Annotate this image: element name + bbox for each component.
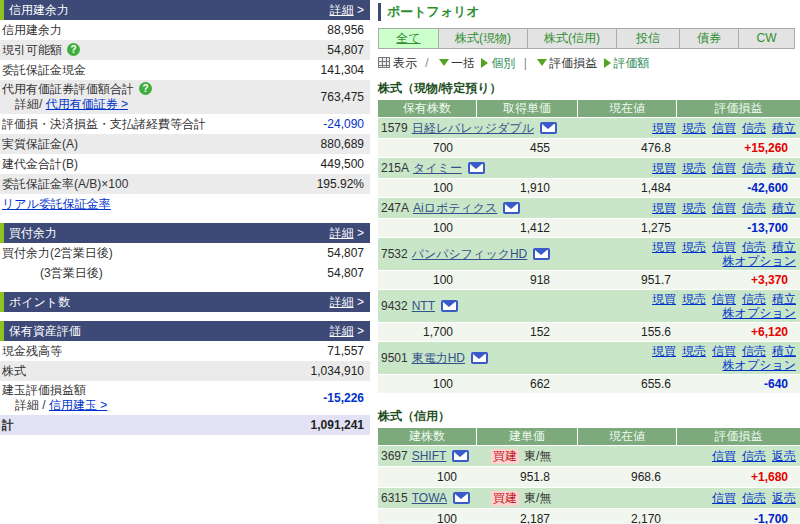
pl-cell: -640 <box>677 375 800 393</box>
detail-link[interactable]: 詳細 > <box>330 0 364 20</box>
table-header-row: 建株数建単価現在値評価損益 <box>378 428 800 445</box>
summary-row: (3営業日後)54,807 <box>0 263 370 283</box>
stock-option-link[interactable]: 株オプション <box>723 306 796 320</box>
mail-alert-icon[interactable] <box>453 492 470 504</box>
mail-alert-icon[interactable] <box>468 162 485 174</box>
action-link-信買[interactable]: 信買 <box>712 161 736 175</box>
action-link-信売[interactable]: 信売 <box>742 292 766 306</box>
stock-name-link[interactable]: 東電力HD <box>412 350 465 367</box>
action-link-積立[interactable]: 積立 <box>772 292 796 306</box>
action-link-現売[interactable]: 現売 <box>682 201 706 215</box>
action-link-現買[interactable]: 現買 <box>652 121 676 135</box>
tab-投信[interactable]: 投信 <box>616 28 680 49</box>
action-link-信売[interactable]: 信売 <box>742 121 766 135</box>
column-header: 評価損益 <box>677 100 800 117</box>
action-link-信買[interactable]: 信買 <box>712 121 736 135</box>
tab-株式(現物)[interactable]: 株式(現物) <box>438 28 528 49</box>
option-link-line: 株オプション <box>646 306 796 320</box>
stock-name-link[interactable]: SHIFT <box>412 449 447 463</box>
row-label-text: 現金残高等 <box>2 344 62 358</box>
stock-option-link[interactable]: 株オプション <box>723 358 796 372</box>
stock-code: 247A <box>381 201 409 215</box>
section-title: 信用建余力 <box>9 0 69 20</box>
mail-alert-icon[interactable] <box>503 202 520 214</box>
row-label-text: 代用有価証券評価額合計 <box>2 82 134 96</box>
row-label-text: 実質保証金(A) <box>2 137 78 151</box>
action-link-現買[interactable]: 現買 <box>652 240 676 254</box>
stock-name-link[interactable]: パンパシフィックHD <box>412 246 528 263</box>
stock-name-link[interactable]: タイミー <box>413 160 462 177</box>
stock-name-link[interactable]: Aiロボティクス <box>413 200 497 217</box>
action-link-積立[interactable]: 積立 <box>772 240 796 254</box>
help-icon[interactable]: ? <box>139 82 152 95</box>
action-link-信売[interactable]: 信売 <box>742 161 766 175</box>
sublabel-link[interactable]: 代用有価証券 > <box>46 97 128 111</box>
stock-code: 1579 <box>381 121 408 135</box>
tab-債券[interactable]: 債券 <box>679 28 739 49</box>
pl-cell: +3,370 <box>677 271 800 289</box>
tab-全て[interactable]: 全て <box>378 28 439 49</box>
detail-link[interactable]: 詳細 > <box>330 223 364 243</box>
mail-alert-icon[interactable] <box>452 450 469 462</box>
action-link-返売[interactable]: 返売 <box>772 449 796 463</box>
stock-name-link[interactable]: NTT <box>412 299 435 313</box>
action-link-現売[interactable]: 現売 <box>682 161 706 175</box>
tab-CW[interactable]: CW <box>738 28 795 49</box>
action-link-現売[interactable]: 現売 <box>682 121 706 135</box>
sublabel-link[interactable]: 信用建玉 > <box>49 398 107 412</box>
action-link-現売[interactable]: 現売 <box>682 292 706 306</box>
action-link-信買[interactable]: 信買 <box>712 240 736 254</box>
action-link-信売[interactable]: 信売 <box>742 240 766 254</box>
stock-name-link[interactable]: 日経レバレッジダブル <box>412 120 534 137</box>
action-link-現買[interactable]: 現買 <box>652 344 676 358</box>
action-link-現買[interactable]: 現買 <box>652 201 676 215</box>
stock-option-link[interactable]: 株オプション <box>723 254 796 268</box>
value-view-link[interactable]: 評価額 <box>614 56 650 70</box>
mail-alert-icon[interactable] <box>540 122 557 134</box>
table-header-row: 保有株数取得単価現在値評価損益 <box>378 100 800 117</box>
summary-row: リアル委託保証金率 <box>0 194 370 214</box>
mail-alert-icon[interactable] <box>441 300 458 312</box>
action-link-積立[interactable]: 積立 <box>772 344 796 358</box>
action-link-現買[interactable]: 現買 <box>652 292 676 306</box>
individual-mode-link[interactable]: 個別 <box>491 56 515 70</box>
action-link-返売[interactable]: 返売 <box>772 491 796 505</box>
option-link-line: 株オプション <box>646 254 796 268</box>
action-link-積立[interactable]: 積立 <box>772 121 796 135</box>
action-link-信売[interactable]: 信売 <box>742 344 766 358</box>
stock-name-link[interactable]: TOWA <box>412 491 447 505</box>
action-link-信売[interactable]: 信売 <box>742 449 766 463</box>
tab-株式(信用)[interactable]: 株式(信用) <box>527 28 617 49</box>
detail-link-label: 詳細 <box>330 3 354 17</box>
option-link-line: 株オプション <box>646 358 796 372</box>
action-link-積立[interactable]: 積立 <box>772 161 796 175</box>
action-link-現売[interactable]: 現売 <box>682 240 706 254</box>
real-margin-ratio-link[interactable]: リアル委託保証金率 <box>2 197 111 211</box>
summary-row: 建代金合計(B)449,500 <box>0 154 370 174</box>
row-value: 195.92% <box>317 177 364 191</box>
action-link-信買[interactable]: 信買 <box>712 491 736 505</box>
action-link-現売[interactable]: 現売 <box>682 344 706 358</box>
detail-link[interactable]: 詳細 > <box>330 292 364 312</box>
mail-alert-icon[interactable] <box>533 248 550 260</box>
detail-link[interactable]: 詳細 > <box>330 321 364 341</box>
help-icon[interactable]: ? <box>67 43 80 56</box>
action-link-信買[interactable]: 信買 <box>712 344 736 358</box>
action-link-信買[interactable]: 信買 <box>712 292 736 306</box>
sublabel-prefix: 詳細/ <box>15 97 46 111</box>
action-link-現買[interactable]: 現買 <box>652 161 676 175</box>
toolbar-separator: / <box>425 56 428 70</box>
action-link-積立[interactable]: 積立 <box>772 201 796 215</box>
action-link-信売[interactable]: 信売 <box>742 201 766 215</box>
quantity-cell: 100 <box>378 375 477 393</box>
row-label-text: (3営業日後) <box>40 266 103 280</box>
column-header: 現在値 <box>578 100 677 117</box>
cost-cell: 2,187 <box>477 509 578 524</box>
action-link-信買[interactable]: 信買 <box>712 449 736 463</box>
mail-alert-icon[interactable] <box>471 352 488 364</box>
action-link-信買[interactable]: 信買 <box>712 201 736 215</box>
row-value: 71,557 <box>327 344 364 358</box>
action-link-信売[interactable]: 信売 <box>742 491 766 505</box>
pl-cell: +6,120 <box>677 323 800 341</box>
row-label: 買付余力(2営業日後) <box>2 246 327 261</box>
